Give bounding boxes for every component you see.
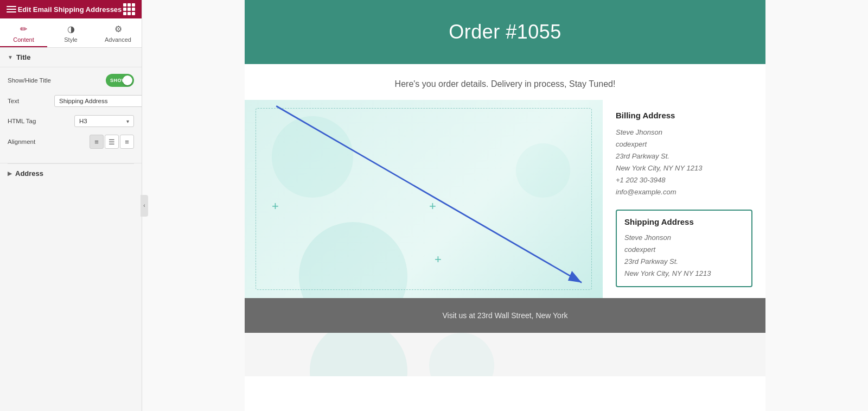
email-subtitle: Here's you order details. Delivery in pr…: [245, 64, 765, 100]
alignment-label: Alignment: [8, 138, 51, 145]
billing-section: Billing Address Steve Jhonson codexpert …: [616, 111, 752, 199]
panel-header: Edit Email Shipping Addresses: [0, 0, 142, 18]
plus-icon-3: +: [435, 254, 442, 265]
subtitle-text: Here's you order details. Delivery in pr…: [395, 79, 616, 88]
content-icon: ✏: [20, 24, 27, 34]
order-title: Order #1055: [256, 21, 755, 43]
shipping-company: codexpert: [624, 245, 655, 254]
email-middle: + + + Billing Address: [245, 100, 765, 298]
hamburger-menu[interactable]: [7, 6, 16, 12]
panel-body: ▼ Title Show/Hide Title SHOW Text 📅 HTML…: [0, 48, 142, 411]
email-header: Order #1055: [245, 0, 765, 64]
billing-email: info@example.com: [616, 188, 676, 196]
bottom-circle-2: [429, 333, 494, 376]
advanced-icon: ⚙: [114, 24, 122, 34]
plus-icon-2: +: [429, 200, 436, 212]
tab-advanced[interactable]: ⚙ Advanced: [94, 18, 142, 47]
map-circle-3: [516, 143, 570, 198]
html-tag-value: H3: [79, 118, 87, 124]
shipping-section: Shipping Address Steve Jhonson codexpert…: [616, 210, 752, 287]
html-tag-row: HTML Tag H3 ▾: [8, 115, 134, 127]
collapse-handle[interactable]: ‹: [141, 195, 148, 217]
show-hide-toggle[interactable]: SHOW: [106, 74, 134, 87]
align-left-button[interactable]: ≡: [90, 135, 104, 149]
tab-content[interactable]: ✏ Content: [0, 18, 47, 47]
billing-name: Steve Jhonson: [616, 128, 662, 136]
html-tag-select[interactable]: H3 ▾: [74, 115, 134, 127]
shipping-name: Steve Jhonson: [624, 233, 671, 242]
shipping-address1: 23rd Parkway St.: [624, 257, 678, 265]
email-footer: Visit us at 23rd Wall Street, New York: [245, 298, 765, 333]
align-right-button[interactable]: ≡: [120, 135, 134, 149]
billing-phone: +1 202 30-3948: [616, 176, 665, 184]
title-arrow-icon: ▼: [8, 54, 13, 60]
address-panel: Billing Address Steve Jhonson codexpert …: [603, 100, 765, 298]
grid-icon[interactable]: [123, 3, 135, 15]
text-input[interactable]: [54, 95, 142, 107]
style-icon: ◑: [67, 24, 75, 34]
text-label: Text: [8, 98, 51, 104]
title-section-header[interactable]: ▼ Title: [0, 48, 142, 67]
email-bottom-area: [245, 333, 765, 376]
footer-text: Visit us at 23rd Wall Street, New York: [442, 311, 567, 320]
show-hide-label: Show/Hide Title: [8, 77, 51, 84]
panel-title: Edit Email Shipping Addresses: [18, 5, 122, 14]
text-row: Text 📅: [8, 94, 134, 108]
map-circle-2: [272, 116, 353, 198]
billing-heading: Billing Address: [616, 111, 752, 120]
title-section-body: Show/Hide Title SHOW Text 📅 HTML Tag H3 …: [0, 67, 142, 163]
bottom-circle-1: [310, 333, 407, 376]
address-section-header[interactable]: ▶ Address: [0, 164, 142, 183]
main-content: Order #1055 Here's you order details. De…: [142, 0, 868, 411]
address-section-label: Address: [15, 169, 43, 178]
map-area: + + +: [245, 100, 603, 298]
shipping-address2: New York City, NY NY 1213: [624, 269, 711, 277]
alignment-row: Alignment ≡ ☰ ≡: [8, 135, 134, 149]
show-hide-row: Show/Hide Title SHOW: [8, 74, 134, 87]
billing-address2: New York City, NY NY 1213: [616, 164, 702, 172]
shipping-heading: Shipping Address: [624, 217, 744, 226]
toggle-knob: [123, 75, 132, 85]
title-section-label: Title: [16, 53, 31, 61]
tab-style[interactable]: ◑ Style: [47, 18, 94, 47]
align-center-button[interactable]: ☰: [105, 135, 119, 149]
plus-icon-1: +: [272, 200, 279, 212]
billing-address1: 23rd Parkway St.: [616, 152, 669, 160]
alignment-buttons: ≡ ☰ ≡: [90, 135, 134, 149]
left-panel: Edit Email Shipping Addresses ✏ Content …: [0, 0, 142, 411]
chevron-down-icon: ▾: [126, 118, 129, 124]
address-arrow-icon: ▶: [8, 170, 12, 176]
billing-company: codexpert: [616, 140, 647, 148]
tabs-bar: ✏ Content ◑ Style ⚙ Advanced: [0, 18, 142, 48]
email-preview: Order #1055 Here's you order details. De…: [245, 0, 765, 411]
html-tag-label: HTML Tag: [8, 118, 51, 124]
